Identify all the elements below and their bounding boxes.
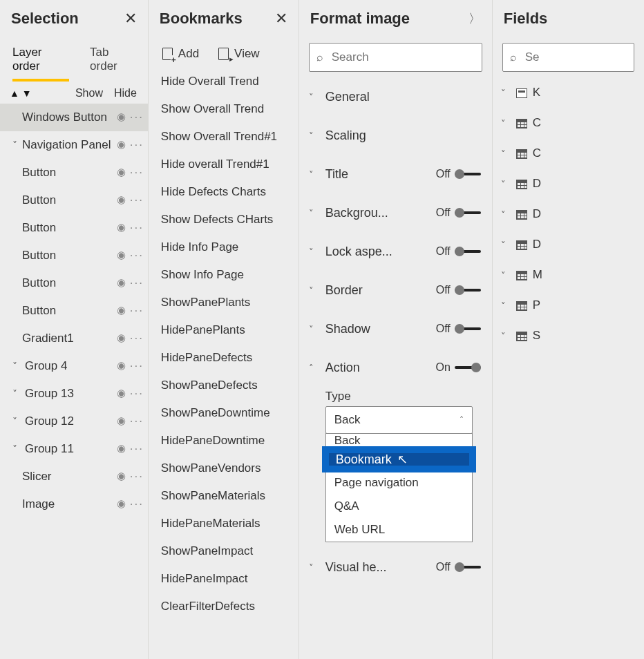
toggle-switch[interactable] xyxy=(455,250,481,253)
more-icon[interactable]: ··· xyxy=(130,332,144,345)
fields-search[interactable]: ⌕ xyxy=(502,43,634,72)
selection-item[interactable]: ˅Group 4◉··· xyxy=(0,352,148,380)
visibility-icon[interactable]: ◉ xyxy=(117,304,126,316)
bookmark-item[interactable]: HidePaneDefects xyxy=(149,344,299,372)
selection-item[interactable]: ˅Navigation Panel◉··· xyxy=(0,131,148,159)
visibility-icon[interactable]: ◉ xyxy=(117,276,126,289)
bookmark-item[interactable]: HidePaneMaterials xyxy=(149,510,299,537)
more-icon[interactable]: ··· xyxy=(130,166,144,180)
bookmark-item[interactable]: ShowPaneMaterials xyxy=(149,482,299,510)
show-all-button[interactable]: Show xyxy=(75,87,103,99)
format-section[interactable]: ˅TitleOff xyxy=(303,155,488,193)
more-icon[interactable]: ··· xyxy=(130,414,144,428)
selection-item[interactable]: Button◉··· xyxy=(0,269,148,297)
visibility-icon[interactable]: ◉ xyxy=(117,221,126,233)
bookmark-item[interactable]: HidePaneDowntime xyxy=(149,427,299,455)
toggle-switch[interactable] xyxy=(455,566,481,569)
bookmark-item[interactable]: HidePanePlants xyxy=(149,316,299,344)
format-section[interactable]: ˅BorderOff xyxy=(303,271,488,309)
format-search[interactable]: ⌕ xyxy=(309,43,482,72)
toggle-switch[interactable] xyxy=(455,366,481,369)
close-icon[interactable]: ✕ xyxy=(124,11,137,26)
bookmark-item[interactable]: Hide overall Trend#1 xyxy=(149,151,299,178)
bookmark-item[interactable]: Show Defects CHarts xyxy=(149,206,299,233)
visibility-icon[interactable]: ◉ xyxy=(117,414,126,427)
more-icon[interactable]: ··· xyxy=(130,359,144,373)
visibility-icon[interactable]: ◉ xyxy=(117,387,126,399)
format-section[interactable]: ˅ShadowOff xyxy=(303,309,488,348)
more-icon[interactable]: ··· xyxy=(130,470,144,484)
toggle-switch[interactable] xyxy=(455,327,481,330)
visibility-icon[interactable]: ◉ xyxy=(117,193,126,206)
format-section[interactable]: ˅General xyxy=(303,77,488,116)
selection-item[interactable]: ˅Group 11◉··· xyxy=(0,435,148,463)
type-option[interactable]: Q&A xyxy=(326,495,472,518)
bookmark-item[interactable]: ShowPaneDefects xyxy=(149,372,299,399)
visibility-icon[interactable]: ◉ xyxy=(117,332,126,344)
selection-item[interactable]: Windows Button◉··· xyxy=(0,104,148,131)
bookmark-item[interactable]: Hide Defects Charts xyxy=(149,178,299,206)
field-table[interactable]: ˅D xyxy=(493,199,644,229)
tab-layer-order[interactable]: Layer order xyxy=(12,46,69,82)
selection-item[interactable]: ˅Group 13◉··· xyxy=(0,380,148,408)
more-icon[interactable]: ··· xyxy=(130,138,144,152)
bookmark-item[interactable]: Hide Overall Trend xyxy=(149,68,299,95)
more-icon[interactable]: ··· xyxy=(130,249,144,262)
selection-item[interactable]: Gradient1◉··· xyxy=(0,325,148,352)
type-option[interactable]: Web URL xyxy=(326,518,472,542)
field-table[interactable]: ˅C xyxy=(493,108,644,138)
bookmark-item[interactable]: Hide Info Page xyxy=(149,233,299,261)
bookmark-item[interactable]: ClearFilterDefects xyxy=(149,593,299,620)
bookmark-item[interactable]: ShowPaneImpact xyxy=(149,537,299,565)
bookmark-item[interactable]: Show Overall Trend xyxy=(149,95,299,123)
format-section[interactable]: ˅Backgrou...Off xyxy=(303,193,488,232)
visibility-icon[interactable]: ◉ xyxy=(117,138,126,151)
move-down-icon[interactable]: ▼ xyxy=(22,88,32,99)
visibility-icon[interactable]: ◉ xyxy=(117,359,126,372)
bookmark-item[interactable]: ShowPaneDowntime xyxy=(149,399,299,427)
visibility-icon[interactable]: ◉ xyxy=(117,111,126,123)
fields-search-input[interactable] xyxy=(524,50,644,65)
selection-item[interactable]: Button◉··· xyxy=(0,242,148,269)
bookmark-item[interactable]: ShowPanePlants xyxy=(149,289,299,316)
format-section[interactable]: ˅Lock aspe...Off xyxy=(303,232,488,271)
selection-item[interactable]: Button◉··· xyxy=(0,187,148,214)
more-icon[interactable]: ··· xyxy=(130,276,144,290)
format-section[interactable]: ˄ActionOn xyxy=(303,348,488,387)
toggle-switch[interactable] xyxy=(455,173,481,175)
selection-item[interactable]: Image◉··· xyxy=(0,490,148,518)
format-section[interactable]: ˅Scaling xyxy=(303,116,488,155)
visibility-icon[interactable]: ◉ xyxy=(117,442,126,455)
bookmark-view-button[interactable]: View xyxy=(218,47,260,61)
selection-item[interactable]: Button◉··· xyxy=(0,159,148,187)
toggle-switch[interactable] xyxy=(455,211,481,214)
type-select[interactable]: Back˄ xyxy=(325,406,473,434)
visibility-icon[interactable]: ◉ xyxy=(117,497,126,510)
format-search-input[interactable] xyxy=(330,50,480,65)
selection-item[interactable]: ˅Group 12◉··· xyxy=(0,408,148,435)
field-table[interactable]: ˅S xyxy=(493,321,644,351)
type-option[interactable]: Back xyxy=(326,434,472,448)
bookmark-item[interactable]: Show Overall Trend#1 xyxy=(149,123,299,151)
tab-tab-order[interactable]: Tab order xyxy=(90,46,137,82)
bookmark-item[interactable]: HidePaneImpact xyxy=(149,565,299,593)
selection-item[interactable]: Button◉··· xyxy=(0,214,148,242)
bookmark-item[interactable]: Show Info Page xyxy=(149,261,299,289)
field-table[interactable]: ˅P xyxy=(493,290,644,321)
move-up-icon[interactable]: ▲ xyxy=(10,88,19,99)
format-section[interactable]: ˅Visual he...Off xyxy=(303,548,488,586)
type-option[interactable]: Page navigation xyxy=(326,471,472,495)
hide-all-button[interactable]: Hide xyxy=(114,87,137,99)
more-icon[interactable]: ··· xyxy=(130,442,144,456)
more-icon[interactable]: ··· xyxy=(130,111,144,124)
more-icon[interactable]: ··· xyxy=(130,221,144,235)
bookmark-add-button[interactable]: Add xyxy=(162,47,199,61)
more-icon[interactable]: ··· xyxy=(130,304,144,318)
field-table[interactable]: ˅D xyxy=(493,229,644,260)
more-icon[interactable]: ··· xyxy=(130,387,144,401)
more-icon[interactable]: ··· xyxy=(130,193,144,207)
field-table[interactable]: ˅M xyxy=(493,260,644,290)
selection-item[interactable]: Slicer◉··· xyxy=(0,463,148,490)
type-option-highlighted[interactable]: Bookmark↖ xyxy=(326,448,472,471)
visibility-icon[interactable]: ◉ xyxy=(117,166,126,178)
